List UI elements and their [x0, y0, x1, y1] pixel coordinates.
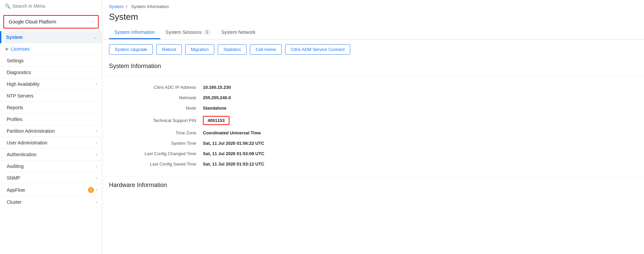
sidebar-item-user-administration[interactable]: User Administration › [0, 137, 102, 149]
system-section-label: System [6, 35, 23, 40]
sidebar-item-high-availability[interactable]: High Availability › [0, 78, 102, 90]
info-row-node: Node Standalone [122, 103, 624, 113]
sidebar-item-label: Auditing [7, 164, 24, 169]
info-label: System Time [122, 141, 196, 146]
sessions-badge: 1 [204, 29, 211, 35]
gcp-label: Google Cloud Platform [9, 19, 56, 24]
info-row-pin: Technical Support PIN 4051153 [122, 113, 624, 128]
tab-system-sessions[interactable]: System Sessions 1 [160, 26, 216, 39]
sidebar-item-gcp[interactable]: Google Cloud Platform › [3, 15, 99, 28]
chevron-right-icon: › [96, 200, 97, 204]
main-content: System / System Information System Syste… [102, 0, 644, 254]
sidebar-item-label: Partition Administration [7, 128, 55, 134]
tab-label: System Sessions [166, 29, 202, 35]
chevron-right-icon: › [96, 140, 97, 145]
info-value: Sat, 11 Jul 2020 01:53:09 UTC [203, 151, 264, 156]
sidebar-item-label: NTP Servers [7, 93, 34, 99]
sidebar-item-authentication[interactable]: Authentication › [0, 149, 102, 161]
hardware-info-section-title: Hardware Information [102, 176, 644, 192]
sidebar-item-auditing[interactable]: Auditing › [0, 161, 102, 172]
breadcrumb-current: System Information [131, 4, 169, 9]
statistics-button[interactable]: Statistics [218, 44, 247, 55]
chevron-right-icon: › [96, 152, 97, 157]
sidebar-item-label: High Availability [7, 81, 40, 87]
sidebar: 🔍 Google Cloud Platform › System ⌄ ★ Lic… [0, 0, 102, 254]
sidebar-item-label: Diagnostics [7, 70, 31, 75]
sidebar-item-label: AppFlow [7, 187, 25, 193]
page-title: System [102, 10, 644, 26]
info-row-last-config-changed: Last Config Changed Time Sat, 11 Jul 202… [122, 148, 624, 159]
sidebar-item-diagnostics[interactable]: Diagnostics [0, 67, 102, 78]
breadcrumb: System / System Information [102, 0, 644, 10]
sidebar-item-settings[interactable]: Settings [0, 55, 102, 67]
info-row-last-config-saved: Last Config Saved Time Sat, 11 Jul 2020 … [122, 159, 624, 169]
search-input[interactable] [12, 3, 97, 9]
tab-label: System Information [114, 29, 155, 35]
info-label: Last Config Changed Time [122, 151, 196, 156]
star-icon: ★ [5, 46, 9, 52]
sidebar-item-licenses[interactable]: ★ Licenses [0, 43, 102, 55]
primary-tabs: System Information System Sessions 1 Sys… [102, 26, 644, 40]
search-bar[interactable]: 🔍 [0, 0, 102, 12]
sidebar-item-cluster[interactable]: Cluster › [0, 196, 102, 208]
info-value: Sat, 11 Jul 2020 01:53:12 UTC [203, 162, 264, 167]
sidebar-item-label: Authentication [7, 152, 37, 157]
chevron-right-icon: › [96, 82, 97, 86]
info-row-ip: Citrix ADC IP Address 10.160.15.230 [122, 82, 624, 92]
info-label: Netmask [122, 95, 196, 100]
sidebar-section-system[interactable]: System ⌄ [0, 31, 102, 43]
system-upgrade-button[interactable]: System Upgrade [109, 44, 153, 55]
sidebar-item-label: Profiles [7, 117, 22, 122]
chevron-down-icon: ⌄ [94, 35, 97, 40]
sidebar-item-snmp[interactable]: SNMP › [0, 172, 102, 184]
call-home-button[interactable]: Call Home [250, 44, 282, 55]
sidebar-item-label: Reports [7, 105, 23, 110]
breadcrumb-parent[interactable]: System [109, 4, 123, 9]
info-label: Citrix ADC IP Address [122, 85, 196, 90]
sidebar-item-ntp-servers[interactable]: NTP Servers [0, 90, 102, 102]
info-label: Technical Support PIN [122, 118, 196, 123]
pin-highlight-box: 4051153 [203, 116, 229, 125]
sidebar-item-partition-administration[interactable]: Partition Administration › [0, 125, 102, 137]
reboot-button[interactable]: Reboot [156, 44, 182, 55]
info-value: Standalone [203, 106, 226, 111]
system-info-section-title: System Information [102, 59, 644, 75]
sidebar-item-label: Cluster [7, 199, 21, 205]
info-row-timezone: Time Zone Coordinated Universal Time [122, 128, 624, 138]
chevron-right-icon: › [96, 188, 97, 192]
system-info-table: Citrix ADC IP Address 10.160.15.230 Netm… [102, 75, 644, 176]
tab-system-information[interactable]: System Information [109, 26, 160, 39]
sidebar-item-label: Settings [7, 58, 24, 63]
info-value: Coordinated Universal Time [203, 130, 261, 135]
info-label: Time Zone [122, 130, 196, 135]
sidebar-item-label: SNMP [7, 175, 20, 181]
migration-button[interactable]: Migration [185, 44, 214, 55]
tab-label: System Network [221, 29, 256, 35]
chevron-right-icon: › [96, 164, 97, 169]
chevron-right-icon: › [92, 19, 93, 24]
pin-value: 4051153 [208, 118, 225, 123]
info-label: Last Config Saved Time [122, 162, 196, 167]
citrix-adm-service-connect-button[interactable]: Citrix ADM Service Connect [285, 44, 350, 55]
info-value: 255.255.240.0 [203, 95, 231, 100]
sidebar-item-label: Licenses [11, 46, 30, 52]
chevron-right-icon: › [96, 176, 97, 180]
search-icon: 🔍 [5, 3, 10, 9]
info-value: 10.160.15.230 [203, 85, 231, 90]
tab-system-network[interactable]: System Network [216, 26, 261, 39]
info-label: Node [122, 106, 196, 111]
sidebar-item-profiles[interactable]: Profiles [0, 114, 102, 125]
sidebar-item-label: User Administration [7, 140, 47, 145]
actions-row: System Upgrade Reboot Migration Statisti… [102, 40, 644, 59]
sidebar-item-reports[interactable]: Reports [0, 102, 102, 114]
warning-badge: ! [88, 187, 94, 193]
sidebar-item-appflow[interactable]: AppFlow ! › [0, 184, 102, 196]
breadcrumb-separator: / [126, 4, 127, 9]
info-row-system-time: System Time Sat, 11 Jul 2020 01:56:22 UT… [122, 138, 624, 148]
info-value: Sat, 11 Jul 2020 01:56:22 UTC [203, 141, 264, 146]
info-row-netmask: Netmask 255.255.240.0 [122, 92, 624, 103]
chevron-right-icon: › [96, 129, 97, 133]
